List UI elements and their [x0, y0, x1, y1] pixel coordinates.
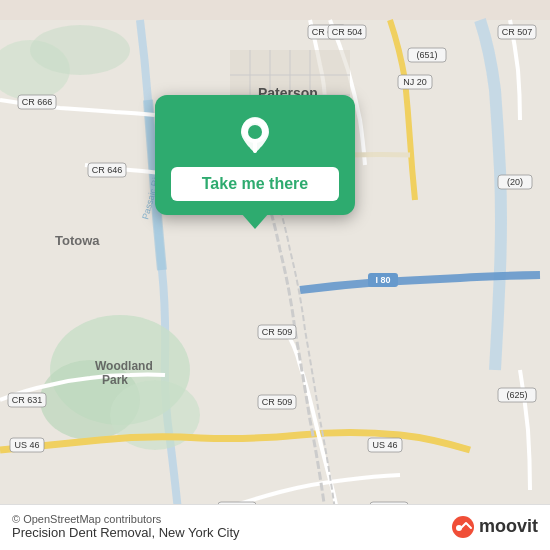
svg-text:CR 504: CR 504: [332, 27, 363, 37]
svg-text:Park: Park: [102, 373, 128, 387]
svg-text:CR 666: CR 666: [22, 97, 53, 107]
svg-text:NJ 20: NJ 20: [403, 77, 427, 87]
svg-text:Totowa: Totowa: [55, 233, 100, 248]
svg-text:US 46: US 46: [14, 440, 39, 450]
svg-text:I 80: I 80: [375, 275, 390, 285]
popup-card: Take me there: [155, 95, 355, 215]
attribution-text: © OpenStreetMap contributors: [12, 513, 451, 525]
take-me-there-button[interactable]: Take me there: [171, 167, 339, 201]
bottom-bar: © OpenStreetMap contributors Precision D…: [0, 504, 550, 550]
moovit-logo: moovit: [451, 515, 538, 539]
location-pin-icon: [233, 113, 277, 157]
svg-text:(651): (651): [416, 50, 437, 60]
svg-text:CR 507: CR 507: [502, 27, 533, 37]
svg-point-56: [248, 125, 262, 139]
moovit-brand-name: moovit: [479, 516, 538, 537]
location-label: Precision Dent Removal, New York City: [12, 525, 451, 540]
svg-text:(625): (625): [506, 390, 527, 400]
svg-text:Woodland: Woodland: [95, 359, 153, 373]
svg-text:CR 646: CR 646: [92, 165, 123, 175]
svg-text:(20): (20): [507, 177, 523, 187]
svg-point-5: [30, 25, 130, 75]
svg-text:CR 509: CR 509: [262, 397, 293, 407]
moovit-logo-icon: [451, 515, 475, 539]
svg-text:US 46: US 46: [372, 440, 397, 450]
bottom-content: © OpenStreetMap contributors Precision D…: [12, 513, 451, 540]
map-background: CR 673 CR 666 CR 646 CR 504 NJ 20 (651) …: [0, 0, 550, 550]
map-container: CR 673 CR 666 CR 646 CR 504 NJ 20 (651) …: [0, 0, 550, 550]
svg-text:CR 509: CR 509: [262, 327, 293, 337]
svg-text:CR 631: CR 631: [12, 395, 43, 405]
